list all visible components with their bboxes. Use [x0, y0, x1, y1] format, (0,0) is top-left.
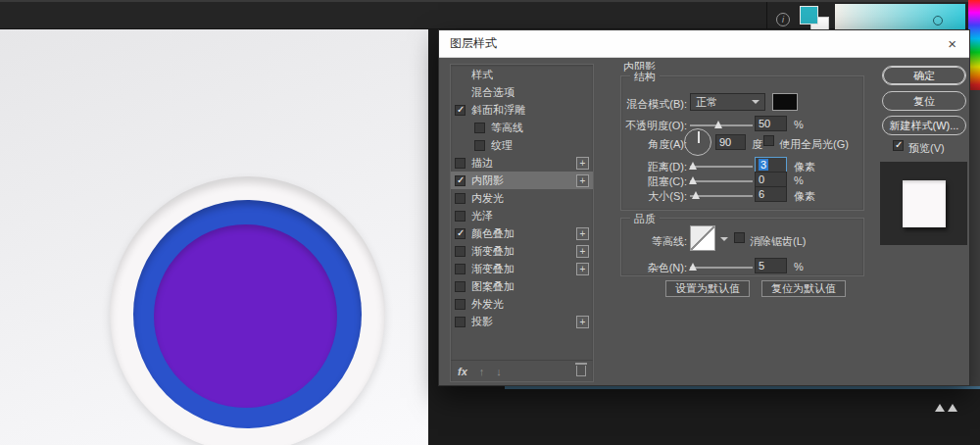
style-checkbox[interactable]	[455, 264, 466, 274]
opacity-label: 不透明度(O):	[605, 119, 687, 133]
photoshop-window: i 图层样式 × 样式 混合选项 斜面和浮雕	[0, 0, 980, 445]
style-checkbox[interactable]	[455, 175, 466, 186]
resize-grip-icon[interactable]	[948, 404, 957, 412]
style-list-row[interactable]: 投影 +	[451, 313, 593, 330]
resize-grip-icon[interactable]	[935, 404, 945, 412]
style-checkbox[interactable]	[455, 299, 466, 310]
noise-slider[interactable]	[690, 259, 753, 274]
style-list-row[interactable]: 图案叠加	[451, 277, 593, 295]
chevron-down-icon[interactable]	[720, 237, 728, 241]
style-row-label: 纹理	[491, 138, 513, 153]
quality-legend: 品质	[630, 212, 660, 226]
close-icon[interactable]: ×	[946, 36, 958, 51]
distance-input[interactable]: 3	[755, 157, 787, 173]
fx-icon[interactable]: fx	[458, 366, 467, 377]
distance-label: 距离(D):	[605, 160, 687, 174]
style-list-row[interactable]: 等高线	[451, 119, 593, 136]
style-row-label: 图案叠加	[471, 279, 514, 294]
style-list-row[interactable]: 渐变叠加 +	[451, 242, 593, 260]
global-light-checkbox[interactable]	[763, 135, 774, 146]
preview-checkbox[interactable]	[893, 140, 904, 151]
choke-label: 阻塞(C):	[605, 174, 687, 189]
style-checkbox[interactable]	[455, 211, 466, 222]
chevron-down-icon	[752, 100, 760, 104]
style-list-row[interactable]: 纹理	[451, 136, 593, 154]
size-label: 大小(S):	[605, 189, 687, 204]
ok-button[interactable]: 确定	[882, 66, 966, 85]
color-field-cursor[interactable]	[933, 16, 943, 25]
slider-thumb[interactable]	[689, 176, 697, 184]
document-canvas[interactable]	[0, 29, 428, 445]
choke-input[interactable]: 0	[755, 172, 787, 187]
style-list-row[interactable]: 样式	[451, 66, 593, 83]
style-list-row[interactable]: 斜面和浮雕	[451, 101, 593, 119]
add-effect-button[interactable]: +	[576, 227, 589, 240]
style-checkbox[interactable]	[455, 228, 466, 239]
style-list-row[interactable]: 内发光	[451, 189, 593, 207]
noise-input[interactable]: 5	[755, 258, 787, 273]
slider-thumb[interactable]	[689, 263, 697, 271]
style-list-row[interactable]: 光泽	[451, 207, 593, 224]
size-slider[interactable]	[690, 187, 753, 203]
foreground-color-swatch[interactable]	[800, 6, 818, 25]
style-list-row[interactable]: 颜色叠加 +	[451, 224, 593, 242]
style-list-row[interactable]: 描边 +	[451, 154, 593, 172]
shadow-color-swatch[interactable]	[772, 93, 798, 111]
noise-label: 杂色(N):	[605, 261, 687, 275]
add-effect-button[interactable]: +	[576, 316, 589, 328]
style-row-label: 渐变叠加	[471, 262, 514, 276]
add-effect-button[interactable]: +	[576, 174, 589, 187]
blend-mode-select[interactable]: 正常	[690, 93, 765, 111]
blend-mode-label: 混合模式(B):	[605, 97, 687, 112]
contour-thumbnail[interactable]	[690, 225, 715, 251]
opacity-input[interactable]: 50	[755, 116, 787, 131]
style-row-label: 内阴影	[471, 173, 504, 188]
add-effect-button[interactable]: +	[576, 157, 589, 170]
slider-thumb[interactable]	[689, 162, 697, 170]
new-style-button[interactable]: 新建样式(W)...	[882, 116, 966, 135]
style-list-row[interactable]: 外发光	[451, 295, 593, 313]
distance-slider[interactable]	[690, 158, 753, 173]
blend-mode-value: 正常	[696, 95, 717, 110]
trash-icon[interactable]	[576, 366, 586, 376]
styles-list-panel: 样式 混合选项 斜面和浮雕 等高线 纹理 描边 + 内阴影 + 内发光 光泽 颜…	[450, 64, 594, 382]
info-icon[interactable]: i	[776, 13, 790, 26]
dialog-titlebar[interactable]: 图层样式 ×	[439, 30, 969, 58]
style-checkbox[interactable]	[474, 140, 485, 151]
angle-dial[interactable]	[684, 128, 711, 156]
size-input[interactable]: 6	[755, 186, 787, 202]
style-checkbox[interactable]	[455, 281, 466, 292]
style-checkbox[interactable]	[455, 193, 466, 204]
style-list-row[interactable]: 混合选项	[451, 83, 593, 101]
noise-unit: %	[794, 261, 804, 272]
shape-outer-circle[interactable]	[110, 176, 385, 445]
angle-needle	[698, 131, 700, 143]
move-down-icon[interactable]: ↓	[496, 366, 502, 377]
angle-input[interactable]: 90	[715, 134, 746, 150]
style-checkbox[interactable]	[455, 105, 466, 116]
distance-selected-text: 3	[759, 159, 768, 171]
make-default-button[interactable]: 设置为默认值	[665, 280, 750, 297]
slider-thumb[interactable]	[692, 191, 700, 199]
slider-thumb[interactable]	[714, 121, 722, 128]
document-window-edge	[505, 386, 980, 389]
angle-label: 角度(A):	[605, 137, 687, 152]
reset-default-button[interactable]: 复位为默认值	[761, 280, 846, 297]
distance-unit: 像素	[794, 160, 815, 174]
style-list-row[interactable]: 内阴影 +	[451, 172, 593, 189]
style-list-row[interactable]: 渐变叠加 +	[451, 260, 593, 277]
style-checkbox[interactable]	[455, 158, 466, 169]
style-row-label: 颜色叠加	[471, 226, 514, 241]
antialias-checkbox[interactable]	[734, 232, 745, 243]
slider-track	[690, 180, 753, 182]
style-preview-panel	[880, 162, 967, 245]
style-checkbox[interactable]	[474, 123, 485, 133]
move-up-icon[interactable]: ↑	[479, 366, 485, 377]
style-checkbox[interactable]	[455, 317, 466, 327]
add-effect-button[interactable]: +	[576, 263, 589, 275]
add-effect-button[interactable]: +	[576, 245, 589, 258]
antialias-label: 消除锯齿(L)	[750, 234, 806, 249]
style-checkbox[interactable]	[455, 246, 466, 257]
reset-button[interactable]: 复位	[882, 91, 966, 111]
choke-slider[interactable]	[690, 173, 753, 188]
